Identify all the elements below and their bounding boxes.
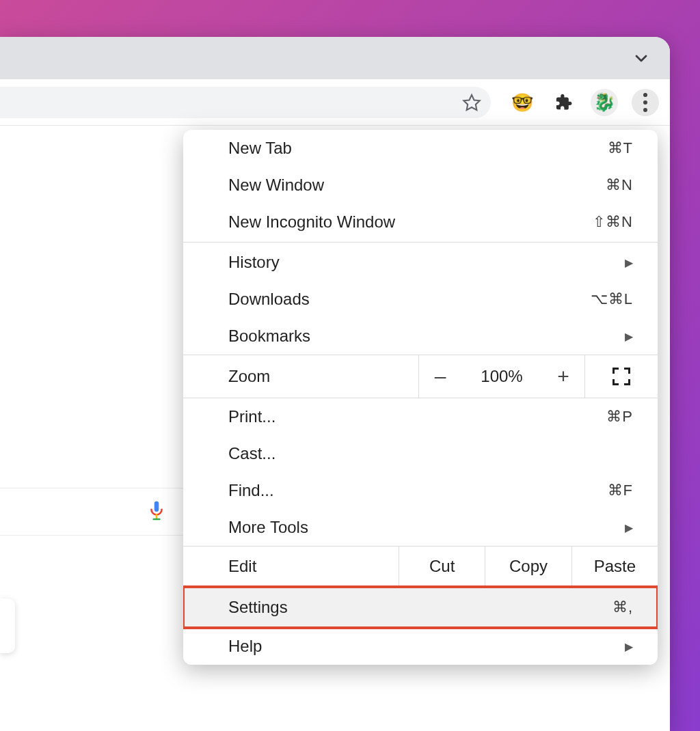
menu-item-label: Help [228,637,262,656]
submenu-arrow-icon: ▶ [625,330,633,343]
menu-item-shortcut: ⌘N [606,176,633,194]
menu-item-label: Zoom [228,367,270,386]
menu-item-shortcut: ⌘P [606,408,633,426]
menu-item-shortcut: ⌘, [612,598,633,616]
zoom-value: 100% [461,355,542,398]
menu-item-find[interactable]: Find... ⌘F [183,472,658,509]
kebab-dot-icon [643,93,647,97]
menu-item-new-tab[interactable]: New Tab ⌘T [183,130,658,167]
menu-item-shortcut: ⌘F [608,482,633,499]
edit-paste-button[interactable]: Paste [572,547,658,586]
extension-icon: 🐉 [593,92,615,113]
menu-separator [183,242,658,243]
edit-label: Edit [183,547,399,586]
zoom-in-button[interactable]: + [542,355,584,398]
kebab-dot-icon [643,100,647,105]
chrome-menu-button[interactable] [632,89,659,116]
menu-item-label: Edit [228,557,256,576]
puzzle-icon [554,93,573,112]
menu-item-label: Downloads [228,290,310,309]
menu-item-label: More Tools [228,518,308,537]
zoom-out-button[interactable]: – [419,355,461,398]
menu-item-zoom: Zoom – 100% + [183,355,658,398]
submenu-arrow-icon: ▶ [625,256,633,269]
menu-item-settings[interactable]: Settings ⌘, [183,587,658,628]
menu-item-shortcut: ⌥⌘L [591,290,633,308]
avatar-icon: 🤓 [511,94,533,111]
menu-item-label: Settings [228,598,288,617]
extensions-button[interactable] [550,89,577,116]
edit-copy-button[interactable]: Copy [485,547,571,586]
menu-item-label: New Window [228,176,324,195]
menu-item-label: New Incognito Window [228,212,395,232]
voice-search-mic-icon[interactable] [148,500,165,523]
tab-strip [0,37,670,79]
profile-avatar-button[interactable]: 🤓 [509,89,536,116]
menu-item-bookmarks[interactable]: Bookmarks ▶ [183,318,658,355]
menu-item-new-window[interactable]: New Window ⌘N [183,167,658,204]
menu-item-label: History [228,253,280,272]
kebab-dot-icon [643,108,647,112]
plus-icon: + [557,365,569,388]
menu-item-label: Find... [228,481,274,500]
menu-item-label: Bookmarks [228,327,310,346]
zoom-label: Zoom [183,355,419,398]
menu-item-label: New Tab [228,139,292,158]
search-bar-fragment[interactable] [0,488,183,536]
browser-toolbar: 🤓 🐉 [0,79,670,126]
submenu-arrow-icon: ▶ [625,521,633,534]
fullscreen-icon [612,368,630,385]
menu-item-help[interactable]: Help ▶ [183,628,658,665]
menu-item-shortcut: ⇧⌘N [593,213,633,231]
menu-item-more-tools[interactable]: More Tools ▶ [183,509,658,546]
menu-item-history[interactable]: History ▶ [183,244,658,281]
menu-item-cast[interactable]: Cast... [183,435,658,472]
minus-icon: – [435,365,446,388]
extension-pinned-button[interactable]: 🐉 [591,89,618,116]
fullscreen-button[interactable] [584,355,657,398]
menu-item-new-incognito[interactable]: New Incognito Window ⇧⌘N [183,204,658,240]
svg-rect-1 [154,501,159,512]
bookmark-star-icon[interactable] [462,93,481,112]
edit-cut-button[interactable]: Cut [399,547,485,586]
menu-item-downloads[interactable]: Downloads ⌥⌘L [183,281,658,318]
submenu-arrow-icon: ▶ [625,640,633,653]
menu-item-label: Cast... [228,444,275,463]
svg-marker-0 [463,94,479,109]
menu-item-print[interactable]: Print... ⌘P [183,398,658,435]
shortcut-chip-fragment[interactable] [0,598,15,653]
omnibox[interactable] [0,87,491,118]
menu-item-shortcut: ⌘T [608,139,633,157]
chrome-app-menu: New Tab ⌘T New Window ⌘N New Incognito W… [183,130,658,665]
menu-item-label: Print... [228,407,275,426]
menu-item-edit: Edit Cut Copy Paste [183,546,658,587]
tab-list-chevron-icon[interactable] [630,47,652,69]
